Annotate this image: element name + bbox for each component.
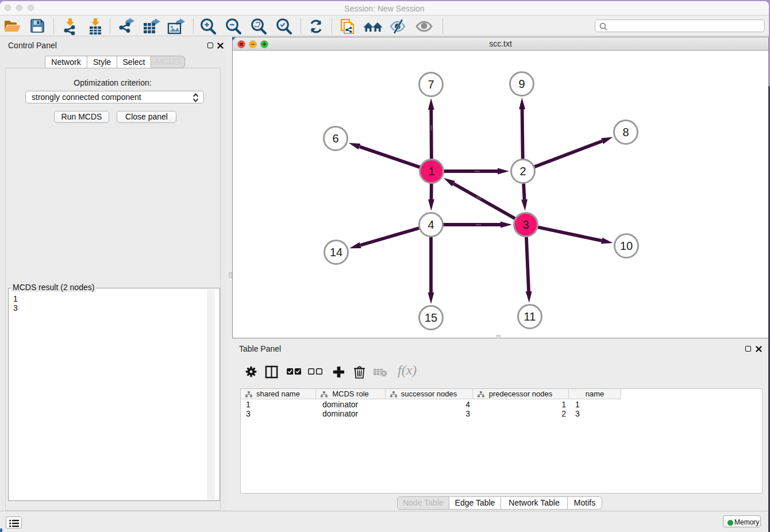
- svg-text:4: 4: [428, 218, 434, 231]
- svg-text:6: 6: [332, 132, 338, 145]
- svg-text:15: 15: [425, 311, 437, 324]
- svg-text:8: 8: [622, 126, 629, 138]
- svg-text:14: 14: [330, 246, 342, 259]
- svg-text:3: 3: [522, 218, 529, 231]
- svg-text:7: 7: [428, 78, 434, 91]
- svg-text:10: 10: [620, 240, 633, 252]
- svg-text:1: 1: [428, 165, 434, 178]
- svg-text:9: 9: [518, 78, 525, 90]
- svg-text:11: 11: [524, 310, 536, 323]
- svg-text:2: 2: [519, 165, 526, 178]
